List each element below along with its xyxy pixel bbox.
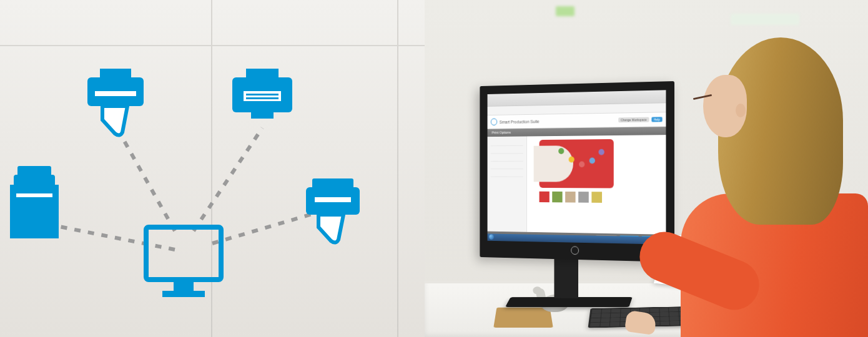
monitor-stand-base bbox=[505, 297, 633, 307]
hp-monitor-badge-icon bbox=[571, 246, 579, 255]
preview-pane bbox=[527, 135, 666, 235]
exit-sign bbox=[556, 6, 575, 16]
brochure-preview bbox=[540, 139, 614, 188]
page-section-label: Print Options bbox=[492, 130, 511, 134]
monitor-screen: Smart Production Suite Change Workspace … bbox=[488, 90, 666, 244]
options-panel bbox=[488, 136, 527, 232]
person-at-desk bbox=[668, 37, 868, 337]
app-body bbox=[488, 135, 666, 235]
wall-seam bbox=[211, 0, 212, 337]
start-button-icon bbox=[489, 234, 494, 240]
monitor-stand-neck bbox=[554, 255, 578, 298]
monitor: Smart Production Suite Change Workspace … bbox=[480, 81, 674, 262]
hp-logo-icon bbox=[491, 119, 497, 126]
marketing-hero-scene: Smart Production Suite Change Workspace … bbox=[0, 0, 868, 337]
header-pill: Help bbox=[651, 117, 663, 122]
ceiling-light bbox=[731, 14, 799, 25]
app-title: Smart Production Suite bbox=[500, 119, 540, 124]
thumbnail-row bbox=[540, 192, 602, 203]
header-pill: Change Workspace bbox=[618, 117, 649, 123]
cubicle-wall bbox=[0, 0, 425, 337]
wall-seam bbox=[397, 0, 398, 337]
wall-seam bbox=[0, 45, 425, 46]
